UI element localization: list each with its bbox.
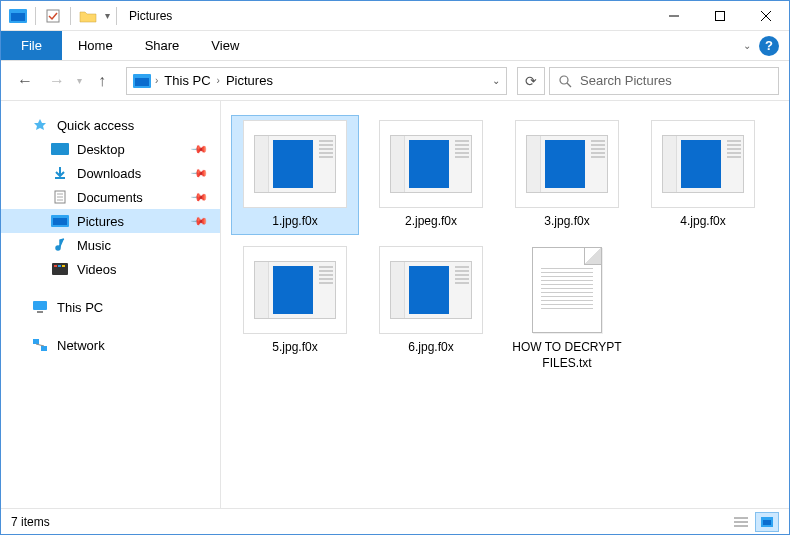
image-thumbnail-icon	[515, 120, 619, 208]
svg-rect-23	[37, 311, 43, 313]
svg-rect-11	[51, 143, 69, 155]
title-bar: ▾ Pictures	[1, 1, 789, 31]
file-item[interactable]: 3.jpg.f0x	[503, 115, 631, 235]
breadcrumb-this-pc[interactable]: This PC	[162, 73, 212, 88]
pc-icon	[31, 300, 49, 314]
svg-rect-8	[135, 78, 149, 86]
documents-icon	[51, 190, 69, 204]
body: Quick access Desktop 📌 Downloads 📌 Docum…	[1, 101, 789, 508]
sidebar-item-documents[interactable]: Documents 📌	[1, 185, 220, 209]
window-controls	[651, 1, 789, 30]
file-name-label: 5.jpg.f0x	[272, 340, 317, 356]
pin-icon: 📌	[189, 163, 208, 182]
svg-rect-19	[54, 265, 57, 267]
ribbon: File Home Share View ⌄ ?	[1, 31, 789, 61]
window-title: Pictures	[129, 9, 172, 23]
pin-icon: 📌	[189, 139, 208, 158]
sidebar-item-downloads[interactable]: Downloads 📌	[1, 161, 220, 185]
svg-rect-25	[41, 346, 47, 351]
image-thumbnail-icon	[379, 120, 483, 208]
svg-point-9	[560, 76, 568, 84]
maximize-button[interactable]	[697, 1, 743, 31]
svg-rect-2	[47, 10, 59, 22]
sidebar-item-music[interactable]: Music	[1, 233, 220, 257]
minimize-button[interactable]	[651, 1, 697, 31]
network-icon	[31, 338, 49, 352]
properties-qat-icon[interactable]	[42, 6, 64, 26]
svg-rect-18	[52, 263, 68, 275]
close-button[interactable]	[743, 1, 789, 31]
file-list[interactable]: 1.jpg.f0x2.jpeg.f0x3.jpg.f0x4.jpg.f0x5.j…	[221, 101, 789, 508]
pin-icon: 📌	[189, 211, 208, 230]
star-icon	[31, 118, 49, 132]
ribbon-tab-view[interactable]: View	[195, 31, 255, 60]
sidebar-item-pictures[interactable]: Pictures 📌	[1, 209, 220, 233]
pictures-icon	[51, 214, 69, 228]
status-count: 7 items	[11, 515, 50, 529]
downloads-icon	[51, 166, 69, 180]
details-view-button[interactable]	[729, 512, 753, 532]
svg-rect-24	[33, 339, 39, 344]
forward-button[interactable]: →	[43, 67, 71, 95]
file-name-label: 1.jpg.f0x	[272, 214, 317, 230]
svg-rect-4	[716, 12, 725, 21]
breadcrumb-pictures[interactable]: Pictures	[224, 73, 275, 88]
file-item[interactable]: 4.jpg.f0x	[639, 115, 767, 235]
app-icon[interactable]	[7, 6, 29, 26]
image-thumbnail-icon	[379, 246, 483, 334]
sidebar-item-desktop[interactable]: Desktop 📌	[1, 137, 220, 161]
svg-rect-22	[33, 301, 47, 310]
ribbon-tab-share[interactable]: Share	[129, 31, 196, 60]
sidebar-item-videos[interactable]: Videos	[1, 257, 220, 281]
file-item[interactable]: 5.jpg.f0x	[231, 241, 359, 376]
svg-line-26	[36, 344, 44, 346]
file-name-label: 2.jpeg.f0x	[405, 214, 457, 230]
file-name-label: 6.jpg.f0x	[408, 340, 453, 356]
image-thumbnail-icon	[243, 246, 347, 334]
sidebar-this-pc[interactable]: This PC	[1, 295, 220, 319]
desktop-icon	[51, 142, 69, 156]
music-icon	[51, 238, 69, 252]
address-bar[interactable]: › This PC › Pictures ⌄	[126, 67, 507, 95]
search-placeholder: Search Pictures	[580, 73, 672, 88]
quick-access-toolbar: ▾ Pictures	[1, 6, 172, 26]
file-item[interactable]: 1.jpg.f0x	[231, 115, 359, 235]
ribbon-tab-home[interactable]: Home	[62, 31, 129, 60]
file-item[interactable]: HOW TO DECRYPT FILES.txt	[503, 241, 631, 376]
svg-rect-20	[58, 265, 61, 267]
up-button[interactable]: ↑	[88, 67, 116, 95]
pin-icon: 📌	[189, 187, 208, 206]
qat-dropdown-icon[interactable]: ▾	[105, 10, 110, 21]
image-thumbnail-icon	[243, 120, 347, 208]
ribbon-file-tab[interactable]: File	[1, 31, 62, 60]
svg-rect-17	[53, 218, 67, 225]
svg-rect-31	[763, 520, 771, 525]
file-name-label: 3.jpg.f0x	[544, 214, 589, 230]
thumbnails-view-button[interactable]	[755, 512, 779, 532]
chevron-right-icon[interactable]: ›	[217, 75, 220, 86]
ribbon-expand-icon[interactable]: ⌄	[743, 40, 751, 51]
file-name-label: HOW TO DECRYPT FILES.txt	[508, 340, 626, 371]
location-icon	[133, 74, 151, 88]
status-bar: 7 items	[1, 508, 789, 534]
help-button[interactable]: ?	[759, 36, 779, 56]
address-dropdown-icon[interactable]: ⌄	[492, 75, 500, 86]
text-file-icon	[515, 246, 619, 334]
svg-rect-1	[11, 13, 25, 21]
refresh-button[interactable]: ⟳	[517, 67, 545, 95]
sidebar-network[interactable]: Network	[1, 333, 220, 357]
file-name-label: 4.jpg.f0x	[680, 214, 725, 230]
back-button[interactable]: ←	[11, 67, 39, 95]
sidebar-quick-access[interactable]: Quick access	[1, 113, 220, 137]
navigation-bar: ← → ▾ ↑ › This PC › Pictures ⌄ ⟳ Search …	[1, 61, 789, 101]
recent-dropdown-icon[interactable]: ▾	[77, 75, 82, 86]
videos-icon	[51, 262, 69, 276]
chevron-right-icon[interactable]: ›	[155, 75, 158, 86]
search-input[interactable]: Search Pictures	[549, 67, 779, 95]
navigation-pane[interactable]: Quick access Desktop 📌 Downloads 📌 Docum…	[1, 101, 221, 508]
image-thumbnail-icon	[651, 120, 755, 208]
file-item[interactable]: 6.jpg.f0x	[367, 241, 495, 376]
search-icon	[558, 74, 572, 88]
file-item[interactable]: 2.jpeg.f0x	[367, 115, 495, 235]
folder-qat-icon[interactable]	[77, 6, 99, 26]
